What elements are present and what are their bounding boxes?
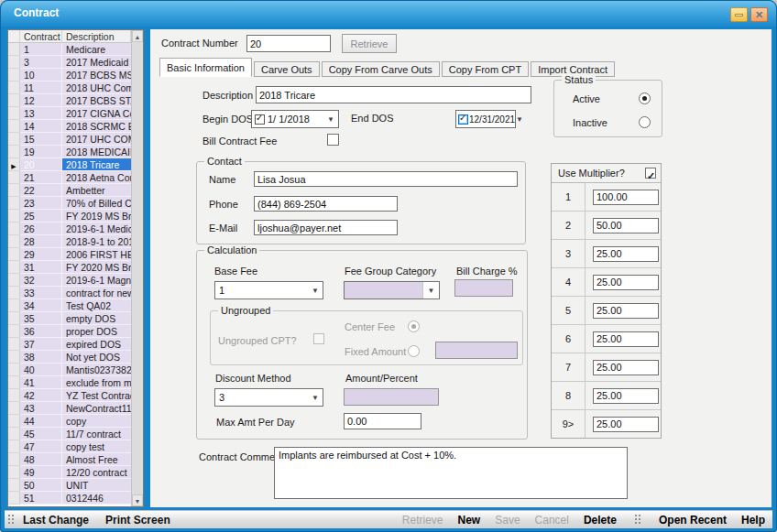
tab-copy-from-cpt[interactable]: Copy From CPT (442, 61, 529, 77)
multiplier-value-input[interactable] (593, 218, 659, 233)
row-selector[interactable] (8, 184, 20, 197)
multiplier-value-input[interactable] (593, 417, 659, 432)
row-selector[interactable] (8, 171, 20, 184)
table-row[interactable]: 40Mantis0237382Te (8, 364, 131, 376)
description-cell[interactable]: 2006 FIRST HEAL (62, 248, 131, 261)
last-change-button[interactable]: Last Change (23, 514, 89, 527)
new-button[interactable]: New (458, 514, 481, 527)
begin-dos-picker[interactable]: 1/ 1/2018 ▼ (251, 110, 339, 128)
row-selector[interactable] (8, 428, 20, 440)
contract-cell[interactable]: 34 (20, 299, 62, 312)
row-selector[interactable] (8, 479, 20, 492)
scrollbar-track[interactable] (132, 42, 143, 494)
table-row[interactable]: 292006 FIRST HEAL (8, 248, 131, 261)
delete-button[interactable]: Delete (584, 514, 617, 527)
row-selector[interactable] (8, 287, 20, 299)
table-row[interactable]: 1Medicare (8, 43, 131, 56)
table-row[interactable]: 25FY 2019 MS Breas (8, 210, 131, 223)
row-selector[interactable] (8, 56, 20, 69)
minimize-button[interactable] (730, 7, 748, 22)
row-selector[interactable] (8, 223, 20, 235)
row-selector[interactable] (8, 146, 20, 158)
description-cell[interactable]: FY 2019 MS Breas (62, 210, 131, 223)
table-row[interactable]: 322019-6-1 Magnolia (8, 274, 131, 287)
contract-cell[interactable]: 38 (20, 351, 62, 364)
multiplier-value-input[interactable] (593, 190, 659, 205)
table-row[interactable]: 192018 MEDICAID (8, 146, 131, 158)
row-selector[interactable] (8, 453, 20, 466)
row-selector[interactable] (8, 325, 20, 338)
table-row[interactable]: 122017 BCBS STAT (8, 94, 131, 107)
contract-cell[interactable]: 14 (20, 120, 62, 133)
print-screen-button[interactable]: Print Screen (105, 514, 170, 527)
row-selector[interactable] (8, 466, 20, 479)
contract-cell[interactable]: 43 (20, 402, 62, 415)
contract-cell[interactable]: 42 (20, 389, 62, 402)
row-selector[interactable] (8, 402, 20, 415)
contract-cell[interactable]: 29 (20, 248, 62, 261)
help-button[interactable]: Help (741, 514, 765, 527)
description-cell[interactable]: 12/20 contract (62, 466, 131, 479)
table-row[interactable]: 41exclude from max (8, 376, 131, 389)
begin-dos-checkbox[interactable] (255, 114, 265, 125)
tab-basic-information[interactable]: Basic Information (159, 58, 252, 77)
end-dos-checkbox[interactable] (458, 114, 468, 125)
description-cell[interactable]: 2017 BCBS MS (62, 69, 131, 81)
description-cell[interactable]: 70% of Billed Char (62, 197, 131, 210)
multiplier-value-input[interactable] (593, 275, 659, 290)
titlebar[interactable]: Contract ✕ (1, 1, 776, 27)
row-selector[interactable] (8, 440, 20, 453)
bill-charge-input[interactable] (454, 279, 513, 297)
contact-phone-input[interactable] (254, 196, 398, 212)
contract-cell[interactable]: 44 (20, 415, 62, 428)
description-column-header[interactable]: Description (62, 30, 131, 43)
table-row[interactable]: 510312446 (8, 492, 131, 505)
contract-cell[interactable]: 3 (20, 56, 62, 69)
description-cell[interactable]: YZ Test Contract (62, 389, 131, 402)
row-selector[interactable] (8, 376, 20, 389)
toolbar-grip-icon[interactable] (7, 514, 15, 526)
description-cell[interactable]: UNIT (62, 479, 131, 492)
description-cell[interactable]: 2018 UHC Comme (62, 81, 131, 94)
description-cell[interactable]: 2017 UHC COMM (62, 133, 131, 146)
table-row[interactable]: 42YZ Test Contract (8, 389, 131, 402)
description-cell[interactable]: 2019-6-1 Medicaid (62, 223, 131, 235)
description-cell[interactable]: 2017 BCBS STAT (62, 94, 131, 107)
row-selector[interactable]: ▶ (8, 158, 20, 171)
description-cell[interactable]: 2017 Medicaid (62, 56, 131, 69)
scroll-down-icon[interactable]: ▼ (132, 494, 143, 506)
table-row[interactable]: 48Almost Free (8, 453, 131, 466)
row-selector[interactable] (8, 69, 20, 81)
contract-cell[interactable]: 40 (20, 364, 62, 376)
status-inactive-radio[interactable] (639, 116, 651, 128)
table-row[interactable]: 142018 SCRMC Emp (8, 120, 131, 133)
contract-cell[interactable]: 45 (20, 428, 62, 440)
amount-percent-input[interactable] (344, 388, 439, 406)
grid-scrollbar[interactable]: ▲ ▼ (131, 30, 143, 506)
table-row[interactable]: 4912/20 contract (8, 466, 131, 479)
max-amt-per-day-input[interactable] (344, 413, 421, 429)
table-row[interactable]: 31FY 2020 MS Breas (8, 261, 131, 274)
row-selector[interactable] (8, 492, 20, 505)
contract-cell[interactable]: 23 (20, 197, 62, 210)
description-cell[interactable]: Not yet DOS (62, 351, 131, 364)
table-row[interactable]: 47copy test (8, 440, 131, 453)
contract-cell[interactable]: 33 (20, 287, 62, 299)
table-row[interactable]: 212018 Aetna Comm (8, 171, 131, 184)
row-selector[interactable] (8, 364, 20, 376)
row-selector[interactable] (8, 312, 20, 325)
multiplier-value-input[interactable] (593, 303, 659, 319)
tab-carve-outs[interactable]: Carve Outs (254, 61, 320, 77)
multiplier-value-input[interactable] (593, 360, 659, 375)
fee-group-category-combo[interactable]: ▼ (344, 281, 440, 299)
contract-cell[interactable]: 13 (20, 107, 62, 120)
contract-cell[interactable]: 47 (20, 440, 62, 453)
contract-cell[interactable]: 36 (20, 325, 62, 338)
table-row[interactable]: 132017 CIGNA Comm (8, 107, 131, 120)
contract-cell[interactable]: 12 (20, 94, 62, 107)
description-cell[interactable]: empty DOS (62, 312, 131, 325)
contract-cell[interactable]: 20 (20, 158, 62, 171)
table-row[interactable]: 4511/7 contract (8, 428, 131, 440)
contract-comment-input[interactable]: Implants are reimbursed at Cost + 10%. (274, 447, 628, 499)
description-cell[interactable]: Medicare (62, 43, 131, 56)
